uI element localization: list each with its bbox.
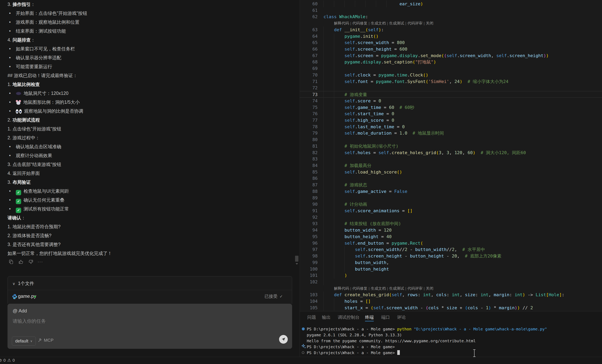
terminal-line: PS D:\projects\Whack - a - Mole game> [307,350,400,356]
code-line: 80 [300,136,602,143]
file-name: game.py [18,293,36,299]
code-line: 61 [300,7,602,14]
add-context-button[interactable]: @ Add [13,308,27,314]
codelens-link[interactable]: 代码评审 [408,21,422,25]
code-editor[interactable]: 60ear_size)6162class WhackAMole:解释代码|代码修… [300,0,602,311]
code-line: 81# 初始化地鼠洞(缩小尺寸) [300,143,602,150]
python-file-icon [12,294,18,300]
line-number: 105 [300,305,318,311]
checkbox-checked-icon: ✓ [16,208,21,213]
terminal-line: PS D:\projects\Whack - a - Mole game> [307,344,395,350]
line-number: 88 [300,188,318,195]
chat-line: •开始界面：点击绿色"开始游戏"按钮 [8,9,87,18]
chevron-down-icon: ∨ [30,339,32,343]
panel-tab-问题[interactable]: 问题 [307,313,316,321]
modified-dot-icon [34,296,36,298]
panel-tab-端口[interactable]: 端口 [381,313,390,321]
copy-icon[interactable] [8,259,14,265]
panel-tab-终端[interactable]: 终端 [365,313,374,321]
line-number: 63 [300,26,318,33]
accepted-status[interactable]: 已接受✓ [264,293,283,299]
chat-line: 3. 点击底部"结束游戏"按钮 [8,160,61,169]
dot-blue-icon [301,326,306,332]
codelens-link[interactable]: 生成测试 [389,286,404,290]
chat-line: •✓确认无任何元素重叠 [8,196,64,204]
line-number: 92 [300,214,318,221]
codelens-link[interactable]: 关闭 [426,21,433,25]
terminal-line: pygame 2.6.1 (SDL 2.28.4, Python 3.13.3) [307,332,402,338]
thumbs-up-icon[interactable] [18,259,24,265]
chat-line: 2. 游戏体验是否流畅? [8,231,51,240]
code-line: 89 [300,195,602,201]
line-number: 81 [300,143,318,150]
message-actions: ··· [8,258,43,266]
problems-status[interactable]: ⊘ 0 ⚠ 0 [0,358,15,363]
code-line: 105start_x = (self.screen_width - (cols … [300,305,602,311]
codelens-link[interactable]: 生成文档 [371,286,386,290]
code-line: 75self.game_time = 60 # 60秒 [300,104,602,111]
code-line: 87# 游戏状态 [300,182,602,188]
line-number: 94 [300,227,318,233]
mcp-button[interactable]: MCP [38,338,54,343]
line-number: 93 [300,220,318,227]
error-count: 0 [4,358,6,363]
model-selector[interactable]: default ∨ [12,337,36,346]
chat-line: •确认地鼠点击区域准确 [8,142,61,151]
code-line: 86 [300,175,602,182]
line-number: 61 [300,7,318,14]
line-number: 85 [300,169,318,175]
send-button[interactable] [279,335,288,344]
code-line: 79self.mole_duration = 1.0 # 地鼠显示时间 [300,130,602,136]
codelens-link[interactable]: 代码评审 [408,286,422,290]
code-line: 83 [300,156,602,162]
codelens-link[interactable]: 解释代码 [334,286,349,290]
panel-editor-divider[interactable] [300,0,300,357]
panel-tab-调试控制台[interactable]: 调试控制台 [338,313,359,321]
chat-line: •✓测试所有按钮功能正常 [8,204,69,214]
line-number: 64 [300,33,318,40]
scroll-down-arrow-icon[interactable] [296,263,298,265]
code-line: 93# 结束按钮 (放在底部中间) [300,220,602,227]
codelens-link[interactable]: 代码修复 [352,286,367,290]
line-number: 89 [300,195,318,201]
code-line: 84# 加载最高分 [300,162,602,169]
task-input-placeholder[interactable]: 请输入你的任务 [13,318,46,324]
codelens-row[interactable]: 解释代码|代码修复|生成文档|生成测试|代码评审|关闭 [300,20,602,26]
codelens-link[interactable]: 代码修复 [352,21,367,25]
chat-scrollbar-thumb[interactable] [295,256,298,262]
circle-outline-icon [301,350,306,356]
codelens-link[interactable]: 关闭 [426,286,433,290]
checkbox-checked-icon: ✓ [16,190,21,195]
code-line: 70self.clock = pygame.time.Clock() [300,72,602,78]
line-number: 102 [300,279,318,285]
warning-icon: ⚠ [7,358,11,363]
line-number: 73 [300,91,318,98]
files-collapse-header[interactable]: ∨1个文件 [12,279,34,288]
more-actions-icon[interactable]: ··· [38,259,43,264]
thumbs-down-icon[interactable] [28,259,34,265]
codelens-link[interactable]: 生成文档 [371,21,386,25]
code-line: 60ear_size) [300,0,602,7]
chat-line: ## 游戏已启动！请完成最终验证： [8,71,77,80]
chat-line: •如果窗口不可见，检查任务栏 [8,44,75,53]
chat-line: 3. 是否还有其他需要调整? [8,240,61,249]
codelens-link[interactable]: 生成测试 [389,21,404,25]
changed-files-card: ∨1个文件 game.py 已接受✓ [8,276,292,304]
chat-line: 1. 地鼠比例是否符合预期? [8,222,61,231]
status-bar: ⊘ 0 ⚠ 0 [0,357,602,364]
line-number: 77 [300,117,318,124]
panel-tab-输出[interactable]: 输出 [322,313,331,321]
chat-line: 4. 返回开始界面 [8,169,40,178]
warning-count: 0 [13,358,15,363]
chat-line: 2. 功能测试流程 [8,116,40,125]
line-number: 71 [300,78,318,85]
codelens-link[interactable]: 解释代码 [334,21,349,25]
codelens-row[interactable]: 解释代码|代码修复|生成文档|生成测试|代码评审|关闭 [300,285,602,292]
file-row-game-py[interactable]: game.py 已接受✓ [8,290,292,303]
chat-input-box[interactable]: @ Add 请输入你的任务 default ∨ MCP [8,304,292,349]
line-number: 84 [300,162,318,169]
code-line: 67self.screen = pygame.display.set_mode(… [300,52,602,59]
panel-tab-评论[interactable]: 评论 [397,313,406,321]
chat-line: •地鼠图形比例：洞的1/5大小 [8,98,80,107]
code-line: 63def __init__(self): [300,26,602,33]
